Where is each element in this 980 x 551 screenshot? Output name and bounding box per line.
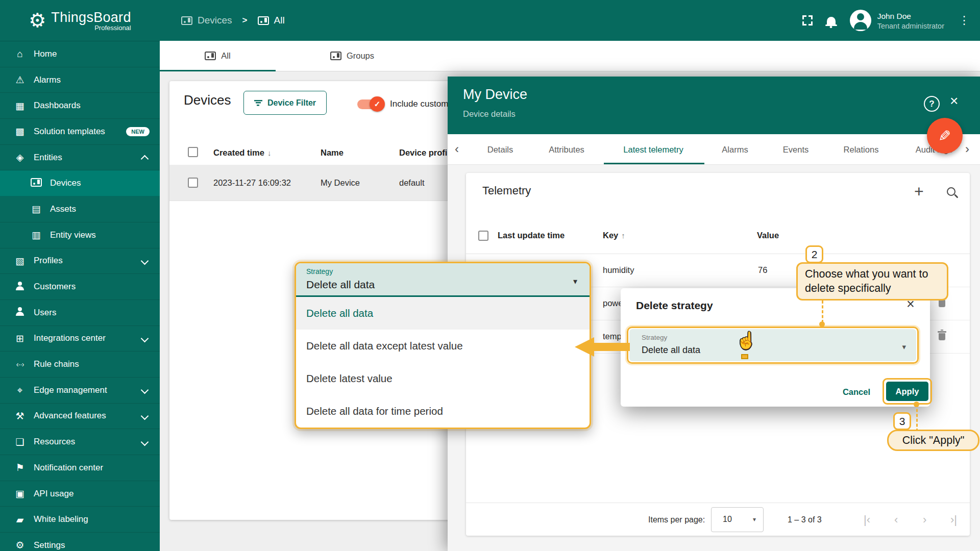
pagination-bar: Items per page: 10 ▾ 1 – 3 of 3 |‹ ‹ › ›… — [466, 503, 970, 536]
annotation-arrow-shaft — [593, 343, 630, 351]
avatar — [850, 10, 871, 31]
breadcrumb-devices[interactable]: Devices — [181, 15, 232, 26]
items-per-page-select[interactable]: 10 ▾ — [711, 507, 764, 532]
sidebar-item-users[interactable]: Users — [0, 300, 160, 326]
devices-icon — [330, 52, 341, 60]
tab-events[interactable]: Events — [783, 134, 808, 165]
sidebar-item-profiles[interactable]: ▧Profiles — [0, 248, 160, 274]
select-all-checkbox[interactable] — [188, 147, 198, 157]
previous-page-icon[interactable]: ‹ — [894, 503, 898, 536]
sidebar-item-alarms[interactable]: ⚠Alarms — [0, 67, 160, 93]
sidebar-item-notification-center[interactable]: ⚑Notification center — [0, 455, 160, 481]
sidebar-item-entity-views[interactable]: ▥Entity views — [0, 222, 160, 248]
tabs-scroll-right-icon[interactable]: › — [965, 134, 969, 164]
tab-relations[interactable]: Relations — [844, 134, 879, 165]
sidebar-item-solution-templates[interactable]: ▩Solution templatesNEW — [0, 119, 160, 145]
annotation-dashed-line-step2 — [822, 300, 823, 323]
sidebar-item-resources[interactable]: ❏Resources — [0, 429, 160, 455]
delete-telemetry-icon[interactable] — [939, 333, 945, 340]
cell-created-time: 2023-11-27 16:09:32 — [213, 165, 291, 201]
strategy-select-field[interactable]: Strategy Delete all data ▾ — [296, 263, 590, 297]
telemetry-title: Telemetry — [482, 184, 531, 197]
sidebar-item-advanced-features[interactable]: ⚒Advanced features — [0, 404, 160, 430]
column-key[interactable]: Key↑ — [603, 231, 625, 240]
column-value[interactable]: Value — [757, 231, 779, 240]
strategy-dropdown-overlay: Strategy Delete all data ▾ Delete all da… — [295, 262, 591, 429]
thingsboard-logo-icon: ⚙ — [29, 11, 46, 30]
sidebar-item-devices[interactable]: Devices — [0, 170, 160, 196]
edit-fab-button[interactable]: ✎ — [927, 118, 963, 154]
include-customers-toggle-thumb[interactable]: ✓ — [370, 96, 385, 112]
option-delete-latest-value[interactable]: Delete latest value — [296, 362, 590, 395]
strategy-select[interactable]: Strategy Delete all data ▾ — [629, 329, 916, 361]
tab-attributes[interactable]: Attributes — [549, 134, 584, 165]
last-page-icon[interactable]: ›| — [950, 503, 957, 536]
chevron-down-icon — [141, 257, 149, 265]
click-marker — [741, 354, 748, 359]
breadcrumb-all[interactable]: All — [258, 15, 285, 26]
sidebar-item-white-labeling[interactable]: ▰White labeling — [0, 507, 160, 533]
tab-latest-telemetry[interactable]: Latest telemetry — [623, 134, 683, 165]
notifications-bell-icon[interactable] — [827, 17, 836, 26]
search-icon[interactable] — [947, 187, 955, 196]
entities-icon: ◈ — [13, 153, 27, 162]
add-telemetry-icon[interactable]: + — [914, 182, 924, 201]
sort-asc-icon: ↑ — [621, 231, 625, 240]
help-icon[interactable]: ? — [924, 96, 940, 112]
next-page-icon[interactable]: › — [923, 503, 926, 536]
users-icon — [13, 307, 27, 318]
fullscreen-icon[interactable] — [802, 15, 813, 26]
field-underline — [296, 295, 590, 297]
profiles-icon: ▧ — [13, 256, 27, 266]
annotation-dot-step2 — [819, 321, 825, 327]
chevron-down-icon: ▾ — [753, 508, 756, 531]
breadcrumb-separator: > — [242, 15, 248, 26]
drawer-tab-bar: ‹ Details Attributes Latest telemetry Al… — [448, 134, 980, 165]
column-name[interactable]: Name — [321, 148, 344, 158]
chevron-down-icon — [141, 335, 149, 343]
active-drawer-tab-underline — [604, 163, 704, 165]
sidebar-item-dashboards[interactable]: ▦Dashboards — [0, 93, 160, 119]
kebab-menu-icon[interactable]: ⋮ — [959, 15, 970, 26]
sidebar-item-rule-chains[interactable]: ‹··›Rule chains — [0, 352, 160, 378]
delete-telemetry-icon[interactable] — [939, 300, 945, 307]
column-last-update-time[interactable]: Last update time — [498, 231, 565, 240]
settings-icon: ⚙ — [13, 540, 27, 550]
tab-all[interactable]: All — [160, 41, 276, 71]
tab-alarms[interactable]: Alarms — [722, 134, 748, 165]
user-name: John Doe — [877, 11, 944, 22]
devices-icon — [258, 16, 269, 25]
annotation-step3-callout: Click "Apply" — [887, 430, 979, 451]
row-checkbox[interactable] — [188, 178, 198, 188]
cancel-button[interactable]: Cancel — [835, 382, 878, 402]
home-icon: ⌂ — [13, 49, 27, 59]
sidebar-item-integrations-center[interactable]: ⊞Integrations center — [0, 326, 160, 352]
select-all-checkbox[interactable] — [478, 231, 488, 241]
sidebar-item-assets[interactable]: ▤Assets — [0, 196, 160, 222]
user-menu[interactable]: John Doe Tenant administrator — [850, 10, 944, 31]
drawer-title: My Device — [463, 87, 527, 103]
option-delete-all-except-latest[interactable]: Delete all data except latest value — [296, 330, 590, 362]
sidebar-item-customers[interactable]: Customers — [0, 274, 160, 300]
tabs-scroll-left-icon[interactable]: ‹ — [455, 134, 459, 164]
tab-groups[interactable]: Groups — [276, 41, 429, 71]
column-device-profile[interactable]: Device profile — [399, 148, 454, 158]
sidebar-item-edge-management[interactable]: ⌖Edge management — [0, 378, 160, 404]
column-created-time[interactable]: Created time↓ — [213, 148, 271, 158]
solution-templates-icon: ▩ — [13, 127, 27, 136]
brand-logo[interactable]: ⚙ ThingsBoard Professional — [0, 0, 160, 41]
first-page-icon[interactable]: |‹ — [864, 503, 870, 536]
option-delete-data-time-period[interactable]: Delete all data for time period — [296, 395, 590, 428]
device-filter-button[interactable]: Device Filter — [243, 91, 327, 115]
tab-details[interactable]: Details — [487, 134, 513, 165]
items-per-page-label: Items per page: — [648, 503, 705, 536]
close-drawer-icon[interactable]: × — [950, 94, 958, 108]
sidebar-item-entities[interactable]: ◈Entities — [0, 145, 160, 171]
sidebar-item-home[interactable]: ⌂Home — [0, 41, 160, 67]
option-delete-all-data[interactable]: Delete all data — [296, 297, 590, 330]
active-tab-underline — [160, 70, 276, 72]
sidebar-item-settings[interactable]: ⚙Settings — [0, 533, 160, 551]
apply-button[interactable]: Apply — [886, 382, 928, 401]
chevron-down-icon — [141, 386, 149, 394]
sidebar-item-api-usage[interactable]: ▣API usage — [0, 481, 160, 507]
